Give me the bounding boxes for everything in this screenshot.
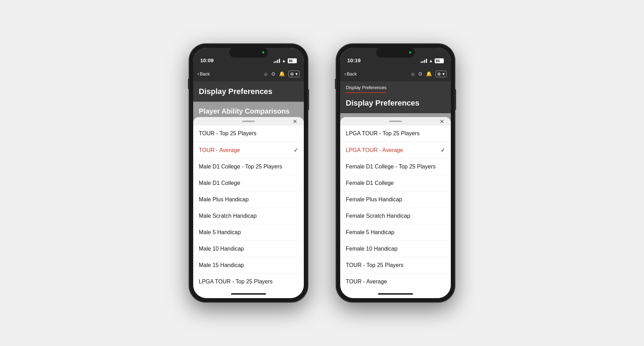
list-item[interactable]: Male D1 College - Top 25 Players (193, 159, 304, 175)
list-item[interactable]: Male Plus Handicap (193, 192, 304, 208)
right-page-header: Display Preferences (340, 93, 451, 113)
list-item[interactable]: TOUR - Top 25 Players (193, 125, 304, 142)
left-search-icon[interactable]: ⌕ (264, 71, 268, 77)
left-home-indicator (231, 293, 266, 295)
list-item[interactable]: Female 10 Handicap (340, 241, 451, 257)
right-nav-icons: ⌕ ⊙ 🔔 ⊕ ▾ (411, 71, 447, 77)
list-item[interactable]: TOUR - Average (340, 274, 451, 290)
list-item[interactable]: Male Scratch Handicap (193, 208, 304, 224)
list-item[interactable]: TOUR - Top 25 Players (340, 257, 451, 274)
list-item[interactable]: Female D1 College (340, 175, 451, 192)
left-bottom-sheet: ✕ TOUR - Top 25 Players TOUR - Average ✓… (193, 117, 304, 298)
back-chevron-icon-right: ‹ (344, 71, 346, 77)
checkmark-icon-right: ✓ (441, 147, 445, 153)
left-person-icon[interactable]: ⊙ (271, 71, 275, 77)
right-home-indicator-area (340, 290, 451, 298)
list-item[interactable]: Male 10 Handicap (193, 241, 304, 257)
left-home-indicator-area (193, 290, 304, 298)
right-bottom-sheet: ✕ LPGA TOUR - Top 25 Players LPGA TOUR -… (340, 117, 451, 298)
list-item[interactable]: Male 15 Handicap (193, 257, 304, 274)
right-close-button[interactable]: ✕ (438, 117, 446, 125)
left-page-header: Display Preferences (193, 81, 304, 102)
left-phone-wrapper: 10:09 ▲ 86 ‹ (189, 44, 308, 302)
island-indicator-right (409, 51, 411, 53)
right-phone-screen: 10:19 ▲ 84 ‹ (340, 48, 451, 298)
list-item[interactable]: TOUR - Average ✓ (193, 142, 304, 159)
list-item[interactable]: Female Scratch Handicap (340, 208, 451, 224)
list-item[interactable]: Female Plus Handicap (340, 192, 451, 208)
left-page-title: Display Preferences (199, 87, 298, 96)
dynamic-island-right (376, 47, 415, 58)
right-sheet-backdrop: Player Ability Comparisons ✕ LPGA TOUR -… (340, 113, 451, 298)
left-plus-button[interactable]: ⊕ ▾ (288, 71, 300, 77)
list-item[interactable]: Female 5 Handicap (340, 224, 451, 241)
signal-bar-1 (421, 62, 422, 63)
left-nav-bar: ‹ Back ⌕ ⊙ 🔔 ⊕ ▾ (193, 66, 304, 81)
right-back-button[interactable]: ‹ Back (344, 71, 357, 77)
dynamic-island-left (229, 47, 268, 58)
signal-bar-4 (279, 59, 280, 63)
left-sheet-backdrop: Player Ability Comparisons ✕ TOUR - Top … (193, 102, 304, 298)
signal-bar-3 (424, 60, 425, 63)
left-bell-icon[interactable]: 🔔 (279, 71, 285, 77)
list-item[interactable]: Female D1 College - Top 25 Players (340, 159, 451, 175)
left-signal (274, 59, 280, 63)
signal-bar-1 (274, 62, 275, 63)
list-item[interactable]: LPGA TOUR - Average ✓ (340, 142, 451, 159)
left-status-icons: ▲ 86 (274, 58, 297, 63)
right-sheet-list: LPGA TOUR - Top 25 Players LPGA TOUR - A… (340, 125, 451, 290)
right-signal (421, 59, 427, 63)
signal-bar-3 (277, 60, 278, 63)
right-status-time: 10:19 (347, 57, 360, 63)
right-search-icon[interactable]: ⌕ (411, 71, 415, 77)
right-phone: 10:19 ▲ 84 ‹ (336, 44, 455, 302)
right-tab-display-prefs[interactable]: Display Preferences (346, 81, 386, 93)
back-chevron-icon: ‹ (197, 71, 199, 77)
right-battery: 84 (435, 58, 444, 63)
list-item[interactable]: Male D1 College (193, 175, 304, 192)
right-status-icons: ▲ 84 (421, 58, 444, 63)
right-sheet-handle-area: ✕ (340, 117, 451, 125)
left-sheet-handle-area: ✕ (193, 117, 304, 125)
signal-bar-2 (422, 61, 424, 63)
checkmark-icon: ✓ (294, 147, 298, 153)
left-wifi-icon: ▲ (282, 58, 286, 63)
right-tab-bar: Display Preferences (340, 81, 451, 93)
island-indicator (262, 51, 264, 53)
left-sheet-handle (242, 121, 255, 122)
left-status-time: 10:09 (200, 57, 214, 63)
right-phone-wrapper: 10:19 ▲ 84 ‹ (336, 44, 455, 302)
left-sheet-list: TOUR - Top 25 Players TOUR - Average ✓ M… (193, 125, 304, 290)
right-nav-bar: ‹ Back ⌕ ⊙ 🔔 ⊕ ▾ (340, 66, 451, 81)
signal-bar-4 (426, 59, 427, 63)
right-home-indicator (378, 293, 413, 295)
left-nav-icons: ⌕ ⊙ 🔔 ⊕ ▾ (264, 71, 300, 77)
signal-bar-2 (275, 61, 276, 63)
left-back-button[interactable]: ‹ Back (197, 71, 210, 77)
right-sheet-handle (389, 121, 402, 122)
list-item[interactable]: LPGA TOUR - Top 25 Players (340, 125, 451, 142)
left-battery: 86 (288, 58, 297, 63)
right-bell-icon[interactable]: 🔔 (426, 71, 432, 77)
right-person-icon[interactable]: ⊙ (418, 71, 422, 77)
left-phone: 10:09 ▲ 86 ‹ (189, 44, 308, 302)
left-phone-screen: 10:09 ▲ 86 ‹ (193, 48, 304, 298)
right-page-title: Display Preferences (346, 99, 445, 108)
right-wifi-icon: ▲ (429, 58, 433, 63)
list-item[interactable]: Male 5 Handicap (193, 224, 304, 241)
left-close-button[interactable]: ✕ (290, 117, 299, 125)
list-item[interactable]: LPGA TOUR - Top 25 Players (193, 274, 304, 290)
right-plus-button[interactable]: ⊕ ▾ (435, 71, 447, 77)
